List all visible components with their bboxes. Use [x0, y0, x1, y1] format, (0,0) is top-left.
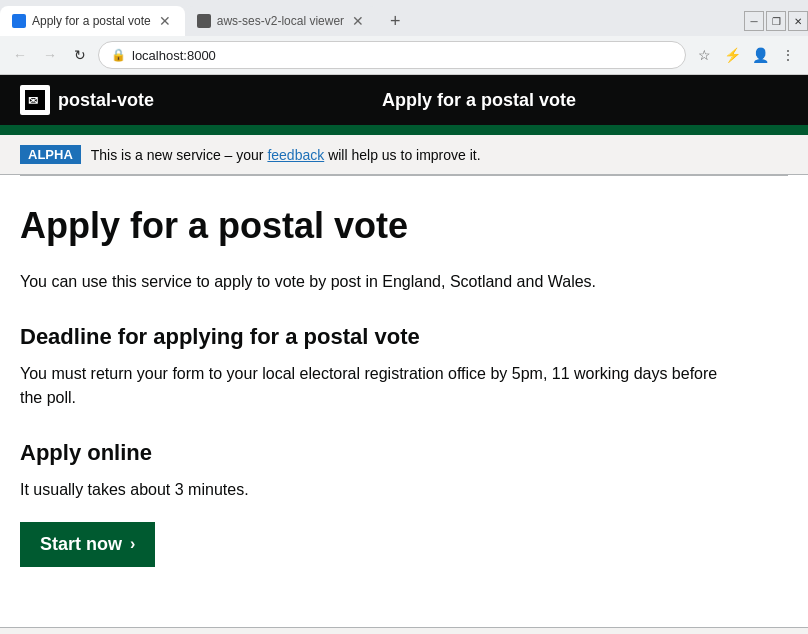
reload-button[interactable]: ↻: [68, 43, 92, 67]
back-button[interactable]: ←: [8, 43, 32, 67]
gov-header: ✉ postal-vote Apply for a postal vote: [0, 75, 808, 125]
address-text: localhost:8000: [132, 48, 216, 63]
deadline-text: You must return your form to your local …: [20, 362, 740, 410]
close-button[interactable]: ✕: [788, 11, 808, 31]
tab-title-ses: aws-ses-v2-local viewer: [217, 14, 344, 28]
progress-bar: [0, 125, 808, 135]
alpha-text-before: This is a new service – your: [91, 147, 264, 163]
window-controls: ─ ❐ ✕: [744, 11, 808, 31]
alpha-text: This is a new service – your feedback wi…: [91, 147, 481, 163]
start-now-label: Start now: [40, 534, 122, 555]
tab-title-postal: Apply for a postal vote: [32, 14, 151, 28]
footer: Built by Adam Jones with source code ava…: [0, 627, 808, 634]
apply-online-text: It usually takes about 3 minutes.: [20, 478, 740, 502]
browser-tabs: Apply for a postal vote ✕ aws-ses-v2-loc…: [0, 0, 808, 36]
crown-icon: ✉: [20, 85, 50, 115]
tab-favicon-ses: [197, 14, 211, 28]
browser-chrome: Apply for a postal vote ✕ aws-ses-v2-loc…: [0, 0, 808, 75]
browser-controls: ← → ↻ 🔒 localhost:8000 ☆ ⚡ 👤 ⋮: [0, 36, 808, 74]
tab-favicon-postal: [12, 14, 26, 28]
apply-online-heading: Apply online: [20, 440, 740, 466]
alpha-text-after: will help us to improve it.: [328, 147, 481, 163]
deadline-heading: Deadline for applying for a postal vote: [20, 324, 740, 350]
main-content: Apply for a postal vote You can use this…: [0, 176, 760, 607]
extensions-icon[interactable]: ⚡: [720, 43, 744, 67]
header-title: Apply for a postal vote: [170, 90, 788, 111]
feedback-link[interactable]: feedback: [267, 147, 324, 163]
restore-button[interactable]: ❐: [766, 11, 786, 31]
svg-text:✉: ✉: [28, 94, 38, 108]
profile-icon[interactable]: 👤: [748, 43, 772, 67]
forward-button[interactable]: →: [38, 43, 62, 67]
bookmarks-icon[interactable]: ☆: [692, 43, 716, 67]
gov-logo: ✉ postal-vote: [20, 85, 154, 115]
minimize-button[interactable]: ─: [744, 11, 764, 31]
start-now-button[interactable]: Start now ›: [20, 522, 155, 567]
logo-text: postal-vote: [58, 90, 154, 111]
new-tab-button[interactable]: +: [382, 11, 409, 32]
intro-text: You can use this service to apply to vot…: [20, 270, 740, 294]
tab-close-ses[interactable]: ✕: [350, 13, 366, 29]
tab-close-postal[interactable]: ✕: [157, 13, 173, 29]
tab-postal-vote[interactable]: Apply for a postal vote ✕: [0, 6, 185, 36]
browser-actions: ☆ ⚡ 👤 ⋮: [692, 43, 800, 67]
alpha-banner: ALPHA This is a new service – your feedb…: [0, 135, 808, 175]
page-heading: Apply for a postal vote: [20, 206, 740, 246]
tab-ses-viewer[interactable]: aws-ses-v2-local viewer ✕: [185, 6, 378, 36]
alpha-badge: ALPHA: [20, 145, 81, 164]
menu-icon[interactable]: ⋮: [776, 43, 800, 67]
address-bar[interactable]: 🔒 localhost:8000: [98, 41, 686, 69]
lock-icon: 🔒: [111, 48, 126, 62]
chevron-right-icon: ›: [130, 535, 135, 553]
